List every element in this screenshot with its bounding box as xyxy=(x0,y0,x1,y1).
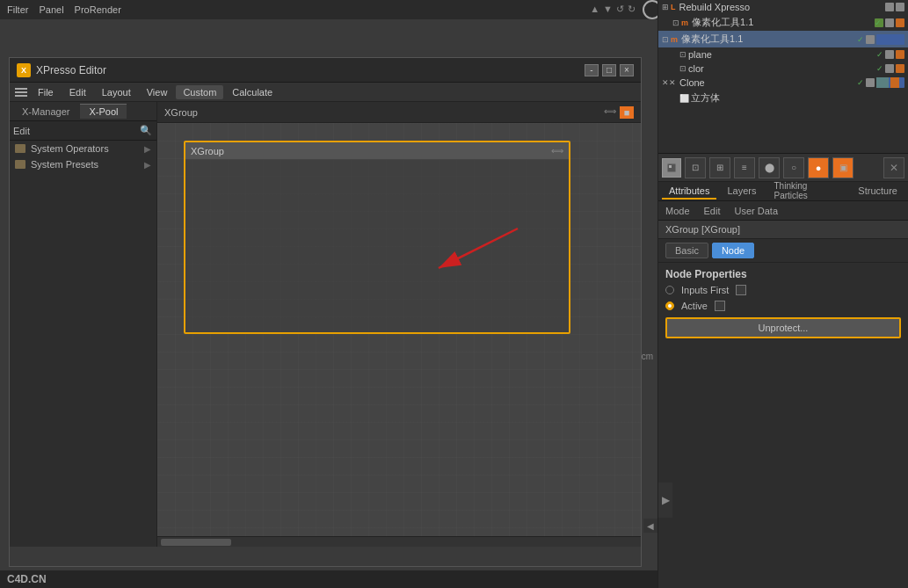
maximize-button[interactable]: □ xyxy=(602,64,616,76)
props-icon-8[interactable]: ▣ xyxy=(832,157,854,178)
xgroup-canvas[interactable]: XGroup ⟺ xyxy=(157,123,641,536)
active-checkbox[interactable] xyxy=(715,301,725,311)
search-icon[interactable]: 🔍 xyxy=(139,124,153,138)
scene-item-tool1[interactable]: ⊡ m 像素化工具1.1 ✓ xyxy=(658,14,908,31)
sidebar-label-presets: System Presets xyxy=(31,159,98,170)
inputs-first-row: Inputs First xyxy=(658,282,908,298)
xgroup-move-icon[interactable]: ⟺ xyxy=(604,106,616,119)
vis-check: ✓ xyxy=(857,35,864,44)
menu-file[interactable]: File xyxy=(31,85,61,99)
tab-attributes[interactable]: Attributes xyxy=(662,184,716,200)
nav-icon-up[interactable]: ▲ xyxy=(590,4,599,15)
properties-panel: ⊡ ⊞ ≡ ⬤ ○ ● ▣ ✕ Attributes Layers Thinki… xyxy=(658,154,908,588)
subtab-node[interactable]: Node xyxy=(712,243,754,258)
xpresso-menubar: File Edit Layout View Custom Calculate xyxy=(10,83,641,102)
userdata-menu[interactable]: User Data xyxy=(731,204,782,218)
xpresso-body: X-Manager X-Pool Edit 🔍 System Operators… xyxy=(10,102,641,547)
props-icon-2[interactable]: ⊡ xyxy=(685,157,706,178)
menu-layout[interactable]: Layout xyxy=(95,85,138,99)
panel-collapse-arrow[interactable]: ◀ xyxy=(643,519,657,533)
tab-xpool[interactable]: X-Pool xyxy=(80,104,127,119)
render-icon xyxy=(885,64,894,73)
nav-icon-rotate2[interactable]: ↻ xyxy=(628,4,636,15)
sidebar-edit-label: Edit xyxy=(13,126,135,136)
xgroup-node-label: XGroup xyxy=(191,146,224,156)
inputs-first-checkbox[interactable] xyxy=(736,285,746,295)
scene-row-actions: ✓ xyxy=(857,34,904,45)
xgroup-node-title-bar: XGroup ⟺ xyxy=(185,142,569,160)
vis-icon xyxy=(885,3,894,11)
collapse-panel-btn[interactable]: ▶ xyxy=(658,483,672,518)
clone-icon: ✕✕ xyxy=(662,78,676,87)
menu-calculate[interactable]: Calculate xyxy=(225,85,280,99)
tab-layers[interactable]: Layers xyxy=(720,184,763,200)
active-radio[interactable] xyxy=(665,301,674,310)
active-row: Active xyxy=(658,298,908,314)
props-icon-x[interactable]: ✕ xyxy=(883,157,904,178)
tool2-type: m xyxy=(671,35,678,44)
xpresso-window-title: XPresso Editor xyxy=(36,64,579,76)
xpresso-content: XGroup ⟺ ■ XGroup ⟺ xyxy=(157,102,641,547)
scene-item-tool2[interactable]: ⊡ m 像素化工具1.1 ✓ xyxy=(658,31,908,47)
vis-check: ✓ xyxy=(876,64,883,73)
scene-row-actions xyxy=(885,3,904,11)
color-swatch xyxy=(896,18,904,27)
scene-item-cube[interactable]: ⬜ 立方体 xyxy=(658,90,908,106)
vis-check: ✓ xyxy=(857,78,864,87)
sidebar-item-system-operators[interactable]: System Operators ▶ xyxy=(10,141,156,156)
minimize-button[interactable]: - xyxy=(585,64,599,76)
tool-icon: ⊡ xyxy=(672,18,679,27)
render-icon xyxy=(885,50,894,59)
window-controls: - □ × xyxy=(585,64,634,76)
scene-item-clor[interactable]: ⊡ clor ✓ xyxy=(658,62,908,76)
tool2-icon: ⊡ xyxy=(662,35,669,44)
rebuild-type-icon: L xyxy=(671,3,676,11)
props-icon-4[interactable]: ≡ xyxy=(734,157,755,178)
xpresso-app-icon: X xyxy=(17,63,31,77)
filter-menu[interactable]: Filter xyxy=(7,4,28,15)
props-icon-active[interactable] xyxy=(662,158,681,178)
props-icon-5[interactable]: ⬤ xyxy=(759,157,780,178)
mode-menu[interactable]: Mode xyxy=(662,204,694,218)
xgroup-node-box[interactable]: XGroup ⟺ xyxy=(184,141,570,334)
xgroup-orange-btn[interactable]: ■ xyxy=(620,106,634,119)
sidebar-item-system-presets[interactable]: System Presets ▶ xyxy=(10,156,156,172)
scene-item-label: plane xyxy=(688,49,712,60)
tab-structure[interactable]: Structure xyxy=(851,184,904,200)
nav-icon-rotate[interactable]: ↺ xyxy=(616,4,624,15)
props-icon-7[interactable]: ● xyxy=(808,157,829,178)
subtab-basic[interactable]: Basic xyxy=(665,243,708,258)
nav-icon-down[interactable]: ▼ xyxy=(603,4,613,15)
panel-menu[interactable]: Panel xyxy=(39,4,63,15)
scene-item-plane[interactable]: ⊡ plane ✓ xyxy=(658,47,908,62)
prorender-menu[interactable]: ProRender xyxy=(75,4,121,15)
tab-xmanager[interactable]: X-Manager xyxy=(13,105,78,119)
hamburger-menu[interactable] xyxy=(13,84,29,100)
scene-item-label: Rebuild Xpresso xyxy=(679,2,751,12)
scene-row-actions: ✓ xyxy=(876,50,904,59)
cm-label: cm xyxy=(642,352,653,361)
xpresso-titlebar: X XPresso Editor - □ × xyxy=(10,58,641,83)
xpresso-scrollbar[interactable] xyxy=(157,536,641,547)
scroll-thumb[interactable] xyxy=(161,539,231,546)
tab-thinking[interactable]: Thinking Particles xyxy=(767,182,848,201)
menu-edit[interactable]: Edit xyxy=(62,85,93,99)
vis-check: ✓ xyxy=(875,18,883,27)
scene-item-rebuild[interactable]: ⊞ L Rebuild Xpresso xyxy=(658,0,908,14)
unprotect-button[interactable]: Unprotect... xyxy=(665,317,901,338)
clor-icon: ⊡ xyxy=(679,64,686,73)
xpresso-window: X XPresso Editor - □ × File Edit Layout … xyxy=(9,57,642,567)
menu-view[interactable]: View xyxy=(140,85,175,99)
scene-item-label: 像素化工具1.1 xyxy=(681,33,743,46)
inputs-first-label: Inputs First xyxy=(681,285,729,295)
xgroup-section-header: XGroup [XGroup] xyxy=(658,221,908,239)
menu-custom[interactable]: Custom xyxy=(176,85,223,99)
edit-menu[interactable]: Edit xyxy=(701,204,724,218)
scene-item-clone[interactable]: ✕✕ Clone ✓ xyxy=(658,76,908,90)
inputs-first-radio[interactable] xyxy=(665,286,674,294)
close-button[interactable]: × xyxy=(620,64,634,76)
active-label: Active xyxy=(681,301,708,311)
xpresso-tabs: X-Manager X-Pool xyxy=(10,102,156,121)
props-icon-3[interactable]: ⊞ xyxy=(709,157,730,178)
props-icon-6[interactable]: ○ xyxy=(783,157,804,178)
